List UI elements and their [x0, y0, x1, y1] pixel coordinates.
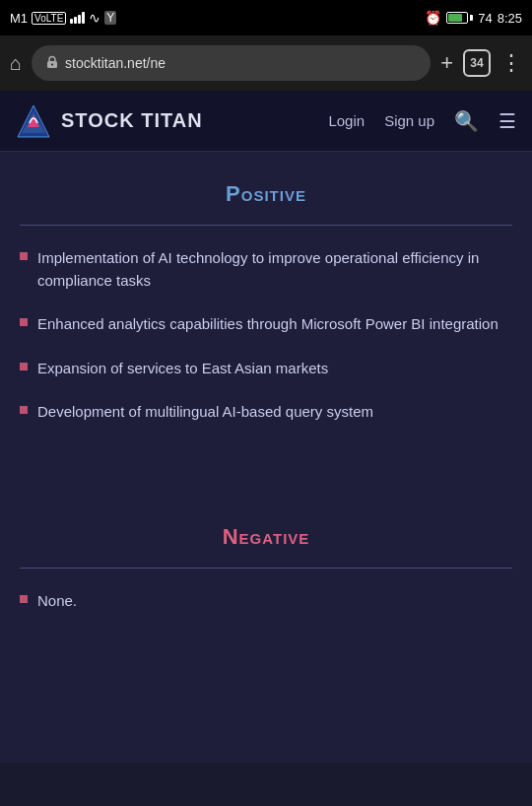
bullet-icon: [20, 252, 28, 260]
login-link[interactable]: Login: [328, 112, 365, 129]
carrier-label: M1: [10, 11, 28, 26]
bullet-text: Enhanced analytics capabilities through …: [37, 313, 499, 336]
bullet-icon: [20, 363, 28, 370]
signup-link[interactable]: Sign up: [384, 112, 434, 129]
wifi-icon: ∿: [89, 10, 100, 26]
battery-icon: [446, 12, 473, 24]
tab-count-button[interactable]: 34: [463, 49, 491, 77]
bullet-text: Expansion of services to East Asian mark…: [37, 358, 328, 380]
list-item: Development of multilingual AI-based que…: [20, 401, 512, 424]
address-bar[interactable]: stocktitan.net/ne: [32, 45, 431, 81]
site-logo: [16, 103, 51, 139]
bullet-icon: [20, 406, 28, 414]
status-bar: M1 VoLTE ∿ Y ⏰ 74 8:25: [0, 0, 532, 35]
svg-point-1: [51, 63, 53, 65]
positive-divider: [20, 225, 512, 226]
negative-divider: [20, 568, 512, 569]
positive-title: Positive: [20, 181, 512, 207]
add-tab-button[interactable]: +: [440, 50, 453, 76]
home-icon[interactable]: ⌂: [10, 52, 22, 75]
status-right: ⏰ 74 8:25: [425, 10, 522, 26]
list-item: None.: [20, 590, 512, 613]
hamburger-menu-icon[interactable]: ☰: [499, 109, 516, 133]
bullet-icon: [20, 318, 28, 326]
negative-section: Negative None.: [20, 495, 512, 654]
site-title: STOCK TITAN: [61, 109, 308, 132]
bullet-text: Development of multilingual AI-based que…: [37, 401, 373, 424]
site-security-icon: [45, 55, 59, 72]
site-header: STOCK TITAN Login Sign up 🔍 ☰: [0, 91, 532, 152]
list-item: Expansion of services to East Asian mark…: [20, 358, 512, 380]
battery-percent: 74: [478, 11, 492, 26]
list-item: Enhanced analytics capabilities through …: [20, 313, 512, 336]
status-left: M1 VoLTE ∿ Y: [10, 10, 116, 26]
browser-chrome: ⌂ stocktitan.net/ne + 34 ⋮: [0, 35, 532, 91]
list-item: Implementation of AI technology to impro…: [20, 247, 512, 292]
main-content: Positive Implementation of AI technology…: [0, 152, 532, 763]
bullet-text: None.: [37, 590, 77, 613]
alarm-icon: ⏰: [425, 10, 441, 26]
address-text: stocktitan.net/ne: [65, 55, 417, 71]
negative-title: Negative: [20, 524, 512, 550]
bullet-text: Implementation of AI technology to impro…: [37, 247, 512, 292]
volte-badge: VoLTE: [32, 12, 66, 25]
browser-menu-button[interactable]: ⋮: [500, 50, 522, 76]
search-icon[interactable]: 🔍: [454, 109, 479, 133]
positive-bullet-list: Implementation of AI technology to impro…: [20, 247, 512, 424]
section-gap: [20, 465, 512, 495]
signal-icon: [70, 12, 85, 24]
positive-section: Positive Implementation of AI technology…: [20, 152, 512, 465]
time-display: 8:25: [498, 11, 522, 26]
negative-bullet-list: None.: [20, 590, 512, 613]
bullet-icon: [20, 595, 28, 603]
extra-status-icon: Y: [104, 11, 116, 25]
